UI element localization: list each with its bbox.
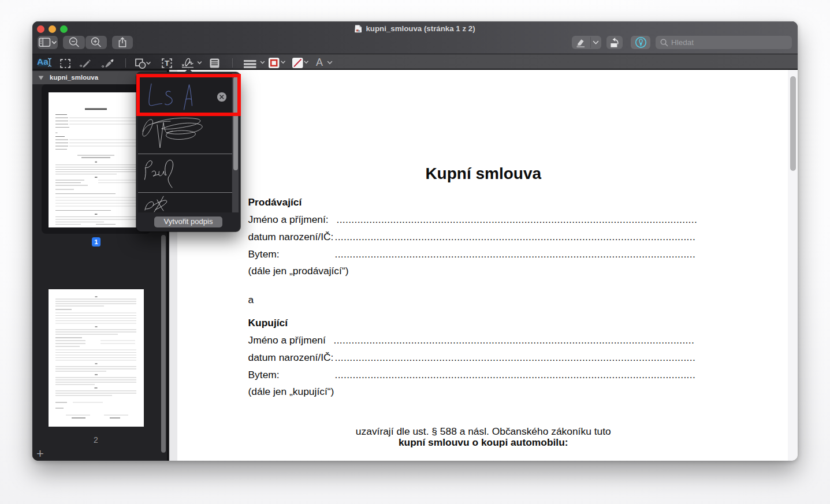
svg-text:T: T — [164, 59, 169, 68]
